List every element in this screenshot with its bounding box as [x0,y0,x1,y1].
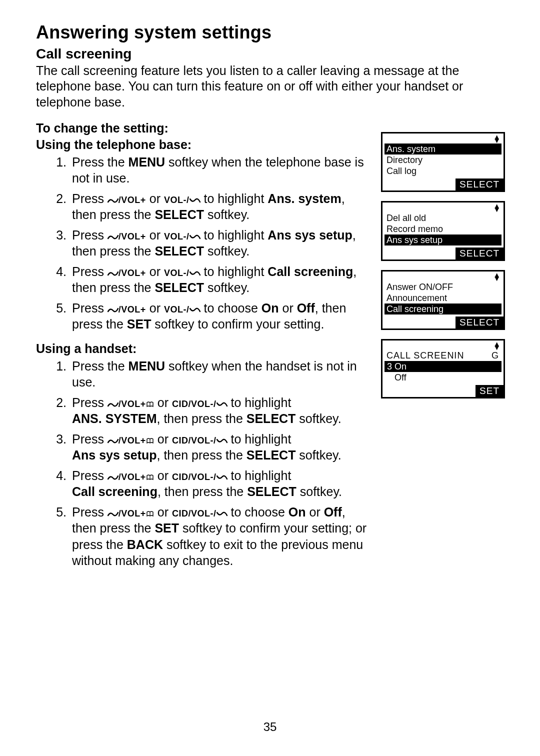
handset-step-5: Press /VOL+ or CID/VOL-/ to choose On or… [70,504,370,569]
wave-down-icon [216,474,228,481]
menu-row: Call log [386,166,500,176]
cid-vol-minus-key: CID/VOL-/ [172,396,216,410]
menu-row: Announcement [386,292,500,304]
base-step-2: Press /VOL+ or VOL-/ to highlight Ans. s… [70,190,370,223]
updown-arrows-icon: ▲▼ [493,342,500,349]
vol-plus-key: /VOL+ [118,228,146,242]
base-step-4: Press /VOL+ or VOL-/ to highlight Call s… [70,264,370,296]
wave-down-icon [190,306,200,314]
cid-vol-minus-key: CID/VOL-/ [172,505,216,519]
vol-minus-key: VOL-/ [164,192,190,206]
using-base-label: Using the telephone base: [36,138,370,152]
off-option: Off [324,505,342,519]
updown-arrows-icon: ▲▼ [493,135,500,142]
section-heading: Call screening [36,46,506,62]
set-key: SET [154,521,179,535]
book-icon [146,438,154,444]
wave-down-icon [216,510,228,518]
vol-plus-key: /VOL+ [118,264,146,278]
base-step-5: Press /VOL+ or VOL-/ to choose On or Off… [70,300,370,332]
book-icon [146,510,154,518]
vol-plus-key: /VOL+ [118,505,146,519]
select-key: SELECT [154,244,204,258]
on-option: On [288,505,306,519]
wave-up-icon [108,438,118,444]
lcd-screen-ans-sys-setup: ▲▼ Answer ON/OFF Announcement Call scree… [381,270,505,330]
menu-row: Del all old [386,212,500,224]
wave-down-icon [190,197,200,204]
select-key: SELECT [154,280,204,294]
base-step-3: Press /VOL+ or VOL-/ to highlight Ans sy… [70,227,370,260]
book-icon [146,401,154,408]
handset-step-4: Press /VOL+ or CID/VOL-/ to highlight Ca… [70,468,370,500]
vol-minus-key: VOL-/ [164,301,190,315]
menu-row: Record memo [386,224,500,234]
handset-step-2: Press /VOL+ or CID/VOL-/ to highlight AN… [70,394,370,427]
highlight-target: Ans sys setup [268,228,352,242]
wave-up-icon [108,510,118,518]
back-key: BACK [127,538,163,552]
page-number: 35 [0,720,540,734]
select-key: SELECT [154,208,204,222]
highlight-target: Call screening [268,264,353,278]
wave-down-icon [216,401,228,408]
vol-minus-key: VOL-/ [164,264,190,278]
wave-up-icon [108,197,118,204]
highlight-target: Ans. system [268,192,341,206]
select-key: SELECT [246,412,296,426]
screen-title: CALL SCREENIN G [386,350,500,361]
menu-row: Directory [386,154,500,166]
menu-row: Ans. system [384,144,502,154]
page-title: Answering system settings [36,22,506,43]
softkey-label: SET [476,385,504,397]
lcd-screen-main-menu: ▲▼ Ans. system Directory Call log SELECT [381,132,505,192]
wave-up-icon [108,306,118,314]
highlight-target: ANS. SYSTEM [72,412,156,426]
softkey-label: SELECT [456,178,504,190]
on-option: On [262,301,279,315]
vol-plus-key: /VOL+ [118,432,146,446]
wave-down-icon [190,270,200,277]
off-option: Off [297,301,315,315]
softkey-label: SELECT [456,248,504,260]
select-key: SELECT [247,484,296,498]
book-icon [146,474,154,481]
to-change-label: To change the setting: [36,121,370,136]
option-row: Off [386,372,500,383]
vol-plus-key: /VOL+ [118,192,146,206]
base-step-1: Press the MENU softkey when the telephon… [70,154,370,186]
option-label: Off [394,372,406,382]
menu-row: Call screening [384,304,502,314]
intro-paragraph: The call screening feature lets you list… [36,63,506,110]
wave-up-icon [108,401,118,408]
wave-up-icon [108,474,118,481]
option-row: 3 On [384,361,502,372]
using-handset-label: Using a handset: [36,342,370,356]
updown-arrows-icon: ▲▼ [493,204,500,211]
option-label: On [394,361,406,372]
menu-row: Answer ON/OFF [386,282,500,292]
lcd-screen-ans-system: ▲▼ Del all old Record memo Ans sys setup… [381,201,505,261]
cid-vol-minus-key: CID/VOL-/ [172,468,216,482]
menu-key: MENU [128,359,166,373]
vol-plus-key: /VOL+ [118,396,146,410]
handset-step-3: Press /VOL+ or CID/VOL-/ to highlight An… [70,431,370,464]
softkey-label: SELECT [456,316,504,328]
handset-step-1: Press the MENU softkey when the handset … [70,358,370,390]
highlight-target: Call screening [72,484,158,498]
lcd-screen-call-screening: ▲▼ CALL SCREENIN G 3 On Off SET [381,339,505,398]
vol-minus-key: VOL-/ [164,228,190,242]
base-steps-list: Press the MENU softkey when the telephon… [36,154,370,332]
wave-up-icon [108,270,118,277]
menu-key: MENU [128,155,166,169]
updown-arrows-icon: ▲▼ [493,273,500,280]
wave-down-icon [190,234,200,240]
handset-steps-list: Press the MENU softkey when the handset … [36,358,370,569]
wave-down-icon [216,438,228,444]
vol-plus-key: /VOL+ [118,301,146,315]
cid-vol-minus-key: CID/VOL-/ [172,432,216,446]
menu-row: Ans sys setup [384,234,502,246]
option-marker: 3 [386,361,392,372]
vol-plus-key: /VOL+ [118,468,146,482]
wave-up-icon [108,234,118,240]
